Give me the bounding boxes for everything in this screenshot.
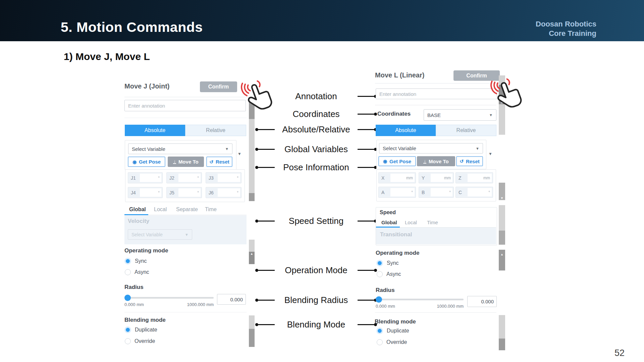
scrollbar-segment[interactable]: [499, 315, 505, 339]
movej-sync-option[interactable]: Sync: [124, 258, 147, 264]
get-pose-icon: ◉: [132, 160, 137, 164]
movel-title: Move L (Linear): [375, 71, 424, 79]
scrollbar-segment[interactable]: [249, 240, 255, 252]
scrollbar-segment[interactable]: [499, 339, 505, 350]
radio-unselected-icon[interactable]: [125, 338, 131, 344]
connector-line: [358, 149, 374, 150]
movel-get-pose-button[interactable]: ◉ Get Pose: [378, 156, 416, 166]
callout-blending-radius: Blending Radius: [255, 294, 377, 306]
movel-radius-slider[interactable]: [376, 299, 464, 300]
connector-line: [358, 300, 374, 301]
button-label: Get Pose: [139, 159, 161, 165]
movej-annotation-input[interactable]: [124, 100, 246, 111]
connector-dot: [255, 323, 258, 326]
movej-tab-absolute[interactable]: Absolute: [125, 125, 185, 136]
scrollbar-segment[interactable]: [499, 205, 505, 231]
movel-coordinates-select[interactable]: BASE ▼: [424, 109, 496, 121]
scrollbar-segment[interactable]: [249, 329, 255, 347]
movel-radius-input[interactable]: [467, 296, 497, 307]
radio-selected-icon[interactable]: [376, 260, 383, 266]
radio-unselected-icon[interactable]: [377, 339, 383, 345]
scrollbar-segment[interactable]: [249, 315, 255, 329]
movej-speedtab-time[interactable]: Time: [205, 206, 217, 213]
movej-confirm-button[interactable]: Confirm: [200, 81, 237, 92]
download-arrow-icon: ↓: [173, 160, 176, 164]
scrollbar-segment[interactable]: [499, 231, 505, 245]
divider: [124, 97, 247, 97]
joint-field-j5[interactable]: J5°: [166, 187, 202, 198]
movel-variable-select[interactable]: Select Variable ▼: [379, 143, 483, 154]
velocity-title: Velocity: [128, 218, 149, 225]
joint-field-j1[interactable]: J1°: [128, 172, 163, 183]
movej-radius-slider[interactable]: [124, 297, 214, 299]
movel-speedtab-time[interactable]: Time: [427, 220, 438, 225]
movel-tab-absolute[interactable]: Absolute: [376, 125, 436, 136]
movej-speedtab-local[interactable]: Local: [154, 206, 167, 213]
connector-dot: [374, 113, 377, 116]
tab-label: Relative: [457, 127, 476, 133]
connector-dot: [255, 220, 258, 223]
movej-get-pose-button[interactable]: ◉ Get Pose: [128, 157, 165, 167]
movej-radius-knob[interactable]: [124, 295, 131, 301]
callout-label: Operation Mode: [275, 265, 358, 276]
movel-reset-button[interactable]: ↺ Reset: [456, 156, 483, 166]
pose-field-x[interactable]: Xmm: [378, 172, 416, 183]
connector-dot: [255, 128, 258, 131]
radio-unselected-icon[interactable]: [377, 271, 383, 277]
movel-speedtab-local[interactable]: Local: [405, 220, 417, 225]
movel-override-option[interactable]: Override: [377, 339, 407, 345]
movej-variable-select[interactable]: Select Variable ▼: [128, 143, 232, 154]
pose-field-c[interactable]: C°: [455, 187, 493, 198]
movej-async-option[interactable]: Async: [125, 269, 149, 275]
radio-selected-icon[interactable]: [124, 258, 131, 264]
button-label: Reset: [466, 159, 480, 164]
movej-tab-relative[interactable]: Relative: [185, 125, 246, 136]
radio-selected-icon[interactable]: [376, 327, 383, 334]
radius-max-label: 1000.000 mm: [418, 304, 464, 309]
joint-field-j4[interactable]: J4°: [128, 187, 163, 198]
select-label: Select Variable: [132, 146, 165, 152]
movej-speedtab-separate[interactable]: Separate: [176, 206, 198, 213]
movel-speed-title: Speed: [380, 209, 396, 216]
collapse-chevron-icon[interactable]: ▼: [488, 152, 492, 156]
movej-radius-input[interactable]: [217, 294, 246, 305]
scrollbar-down-arrow[interactable]: ▼: [499, 183, 505, 200]
joint-field-j3[interactable]: J3°: [206, 172, 241, 183]
movel-sync-option[interactable]: Sync: [376, 260, 399, 266]
movej-blending-title: Blending mode: [124, 317, 166, 323]
movej-speedtab-global[interactable]: Global: [129, 206, 146, 213]
callout-label: Absolute/Relative: [275, 124, 358, 135]
connector-dot: [255, 299, 258, 302]
callout-label: Speed Setting: [275, 216, 358, 226]
pose-field-z[interactable]: Zmm: [455, 172, 493, 183]
joint-field-j6[interactable]: J6°: [206, 187, 241, 198]
movel-radius-title: Radius: [376, 287, 395, 294]
radio-label: Async: [386, 271, 401, 277]
movel-tab-relative[interactable]: Relative: [436, 125, 496, 136]
radio-unselected-icon[interactable]: [125, 269, 131, 275]
scrollbar-segment[interactable]: [249, 119, 255, 193]
movej-move-to-button[interactable]: ↓ Move To: [168, 157, 204, 167]
radio-selected-icon[interactable]: [124, 326, 131, 333]
movel-speedtab-global[interactable]: Global: [381, 220, 397, 225]
movej-override-option[interactable]: Override: [125, 338, 155, 344]
connector-line: [358, 221, 374, 222]
pose-field-b[interactable]: B°: [419, 187, 454, 198]
pose-field-a[interactable]: A°: [378, 187, 416, 198]
button-label: Get Pose: [389, 159, 411, 164]
scrollbar-up-arrow[interactable]: ▲: [499, 250, 505, 270]
brand-line1: Doosan Robotics: [536, 19, 596, 29]
movel-radius-knob[interactable]: [376, 296, 382, 303]
movej-reset-button[interactable]: ↺ Reset: [206, 157, 232, 167]
movel-annotation-input[interactable]: [376, 88, 497, 99]
collapse-chevron-icon[interactable]: ▼: [237, 152, 241, 156]
movel-async-option[interactable]: Async: [377, 271, 401, 277]
movej-duplicate-option[interactable]: Duplicate: [124, 326, 157, 333]
divider: [124, 312, 247, 312]
pose-field-y[interactable]: Ymm: [419, 172, 454, 183]
scrollbar-up-arrow[interactable]: ▲: [249, 252, 255, 264]
joint-field-j2[interactable]: J2°: [166, 172, 202, 183]
scrollbar-segment[interactable]: [249, 193, 255, 201]
movel-move-to-button[interactable]: ↓ Move To: [417, 156, 455, 166]
movel-duplicate-option[interactable]: Duplicate: [376, 327, 409, 334]
